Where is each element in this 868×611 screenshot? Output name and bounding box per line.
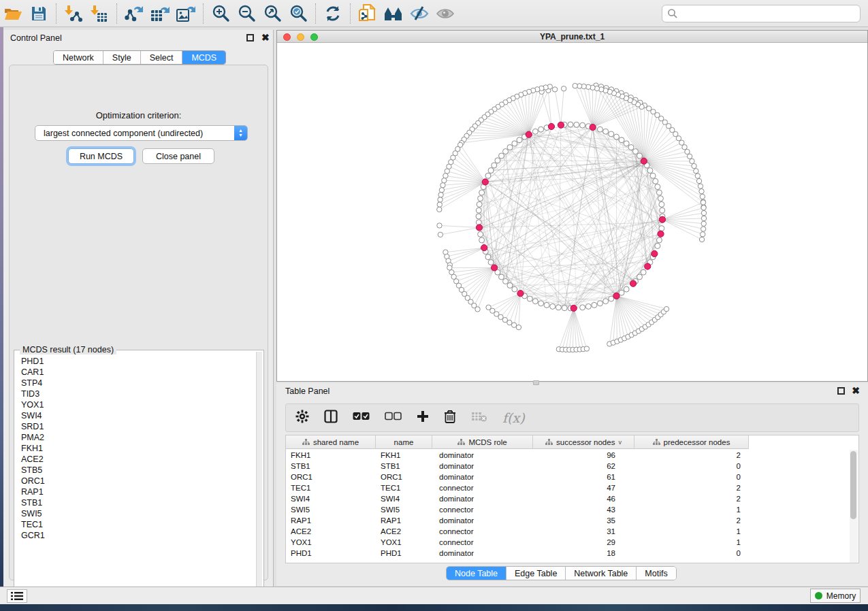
result-list-item[interactable]: PHD1 <box>16 356 255 367</box>
first-neighbors-icon[interactable] <box>382 3 405 24</box>
mcds-node[interactable] <box>641 158 647 164</box>
float-table-panel-icon[interactable] <box>837 387 845 395</box>
graph-node[interactable] <box>574 122 579 127</box>
graph-node[interactable] <box>532 129 538 134</box>
graph-node[interactable] <box>637 274 642 280</box>
graph-node[interactable] <box>479 237 485 243</box>
graph-node[interactable] <box>696 178 701 183</box>
tab-select[interactable]: Select <box>141 51 183 64</box>
graph-node[interactable] <box>701 216 706 220</box>
graph-node[interactable] <box>699 237 704 242</box>
table-row[interactable]: ACE2ACE2connector311 <box>286 526 749 537</box>
graph-node[interactable] <box>488 260 494 265</box>
graph-node[interactable] <box>592 302 597 308</box>
table-scrollbar-thumb[interactable] <box>850 451 856 519</box>
zoom-selected-icon[interactable] <box>287 3 310 24</box>
graph-node[interactable] <box>512 286 517 292</box>
import-table-icon[interactable] <box>88 3 111 24</box>
graph-node[interactable] <box>539 127 544 132</box>
graph-node[interactable] <box>619 137 624 143</box>
column-header[interactable]: shared name <box>286 435 376 449</box>
graph-node[interactable] <box>442 178 447 183</box>
select-all-icon[interactable] <box>353 412 370 424</box>
graph-node[interactable] <box>614 134 620 139</box>
graph-node[interactable] <box>476 214 481 219</box>
graph-node[interactable] <box>701 232 705 237</box>
graph-node[interactable] <box>650 173 656 178</box>
graph-node[interactable] <box>550 303 556 309</box>
result-list-item[interactable]: SRD1 <box>16 421 255 432</box>
graph-node[interactable] <box>562 306 567 311</box>
show-graphics-icon[interactable] <box>434 3 457 24</box>
tab-node-table[interactable]: Node Table <box>447 567 507 580</box>
export-image-icon[interactable] <box>174 3 197 24</box>
graph-node[interactable] <box>438 232 443 237</box>
column-header[interactable]: MCDS role <box>432 435 533 449</box>
add-column-icon[interactable] <box>417 410 429 425</box>
graph-node[interactable] <box>527 296 532 301</box>
graph-node[interactable] <box>485 173 491 178</box>
result-list-item[interactable]: RAP1 <box>16 486 255 497</box>
graph-node[interactable] <box>485 254 491 260</box>
graph-node[interactable] <box>624 286 629 292</box>
zoom-out-icon[interactable] <box>235 3 258 24</box>
graph-node[interactable] <box>603 299 609 304</box>
hide-graphics-icon[interactable] <box>408 3 431 24</box>
task-history-button[interactable] <box>7 589 27 603</box>
graph-node[interactable] <box>445 169 449 174</box>
graph-node[interactable] <box>492 163 497 168</box>
table-row[interactable]: SWI5SWI5connector431 <box>286 504 749 515</box>
graph-node[interactable] <box>690 159 694 163</box>
apply-layout-icon[interactable] <box>321 3 344 24</box>
graph-node[interactable] <box>507 145 513 150</box>
graph-node[interactable] <box>637 153 642 159</box>
memory-button[interactable]: Memory <box>810 589 861 603</box>
tab-network[interactable]: Network <box>54 51 103 64</box>
graph-node[interactable] <box>685 149 690 154</box>
graph-node[interactable] <box>580 122 585 128</box>
graph-node[interactable] <box>699 189 704 194</box>
table-row[interactable]: FKH1FKH1dominator962 <box>286 450 749 461</box>
graph-node[interactable] <box>544 302 549 308</box>
graph-node[interactable] <box>628 145 634 150</box>
tab-network-table[interactable]: Network Table <box>566 567 637 580</box>
graph-node[interactable] <box>701 205 706 210</box>
mcds-result-list[interactable]: PHD1CAR1STP4TID3YOX1SWI4SRD1PMA2FKH1ACE2… <box>16 356 255 597</box>
graph-node[interactable] <box>556 305 561 310</box>
graph-node[interactable] <box>698 184 703 188</box>
result-list-item[interactable]: STB1 <box>16 497 255 508</box>
graph-node[interactable] <box>499 153 504 159</box>
graph-node[interactable] <box>516 325 521 329</box>
graph-node[interactable] <box>503 149 509 154</box>
graph-node[interactable] <box>700 194 705 199</box>
graph-node[interactable] <box>660 208 665 213</box>
open-file-icon[interactable] <box>1 3 25 24</box>
graph-node[interactable] <box>609 296 614 301</box>
result-list-item[interactable]: TID3 <box>16 389 255 399</box>
result-list-item[interactable]: ACE2 <box>16 454 255 465</box>
graph-node[interactable] <box>585 303 591 309</box>
close-panel-icon[interactable]: ✖ <box>261 33 270 42</box>
graph-node[interactable] <box>478 231 483 237</box>
graph-node[interactable] <box>687 154 692 159</box>
zoom-in-icon[interactable] <box>209 3 232 24</box>
graph-node[interactable] <box>659 226 664 231</box>
graph-node[interactable] <box>655 184 660 190</box>
graph-node[interactable] <box>701 227 705 231</box>
graph-node[interactable] <box>692 163 696 168</box>
result-list-item[interactable]: SWI4 <box>16 410 255 421</box>
graph-node[interactable] <box>580 305 585 310</box>
graph-node[interactable] <box>437 202 442 207</box>
mcds-node[interactable] <box>491 265 497 271</box>
graph-node[interactable] <box>437 223 442 228</box>
result-list-item[interactable]: PMA2 <box>16 432 255 443</box>
graph-node[interactable] <box>655 243 660 248</box>
graph-node[interactable] <box>439 188 444 193</box>
graph-node[interactable] <box>478 196 483 201</box>
deselect-all-icon[interactable] <box>385 412 402 424</box>
result-list-item[interactable]: SWI5 <box>16 508 255 519</box>
network-window-titlebar[interactable]: YPA_prune.txt_1 <box>277 31 867 43</box>
mcds-node[interactable] <box>481 245 487 251</box>
graph-node[interactable] <box>495 158 500 163</box>
graph-node[interactable] <box>701 200 705 205</box>
